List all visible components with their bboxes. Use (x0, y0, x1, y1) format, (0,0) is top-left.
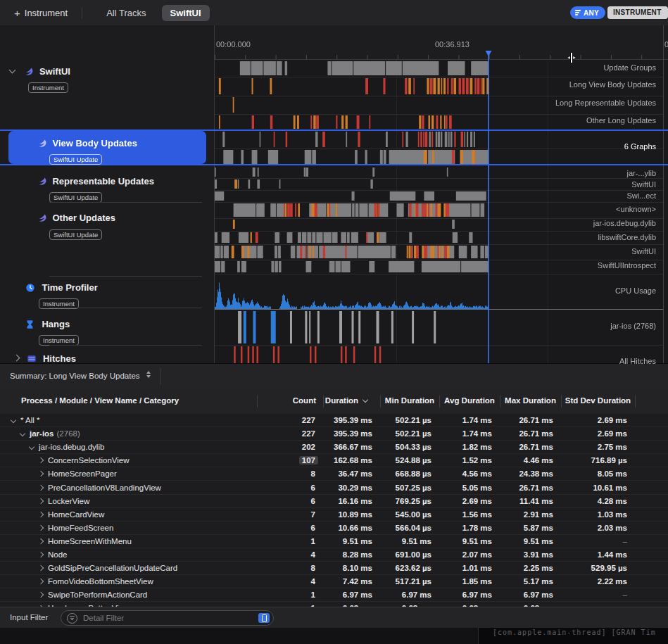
cell-max: 5.87 ms (500, 524, 561, 532)
plus-icon: + (14, 8, 20, 18)
cell-std: – (561, 537, 635, 545)
chevron-right-icon[interactable] (38, 565, 44, 571)
track-group-swiftui[interactable]: SwiftUI Instrument (10, 65, 70, 93)
column-header-min-duration[interactable]: Min Duration (380, 396, 439, 405)
chevron-down-icon[interactable] (11, 417, 16, 423)
column-header-duration[interactable]: Duration (323, 396, 370, 405)
cell-std: 529.95 µs (561, 564, 635, 572)
summary-popup-button[interactable]: Summary: Long View Body Updates (10, 372, 140, 380)
chevron-down-icon[interactable] (20, 431, 25, 436)
tab-swiftui[interactable]: SwiftUI (162, 5, 210, 21)
cell-std: 1.44 ms (561, 550, 635, 559)
chevron-right-icon[interactable] (38, 457, 44, 463)
table-row[interactable]: LockerView616.16 ms769.25 µs2.69 ms11.41… (0, 495, 668, 508)
track-title: Hangs (42, 319, 70, 329)
chevron-right-icon[interactable] (38, 592, 44, 598)
lane-label-jar-dylib: jar-...ylib (626, 169, 656, 177)
lane-label-jar-ios-process: jar-ios (2768) (610, 322, 656, 330)
cell-min: 623.62 µs (380, 564, 439, 572)
table-row[interactable]: jar-ios.debug.dylib202366.67 ms504.33 µs… (0, 441, 668, 454)
row-name: HomeScreenPager (48, 469, 117, 478)
chevron-right-icon[interactable] (38, 552, 44, 557)
cell-max: 26.71 ms (500, 484, 561, 492)
sidebar-separator (49, 345, 202, 346)
table-row[interactable]: GoldSipPreCancellationUpdateCard88.10 ms… (0, 562, 668, 575)
track-view-body-updates-header[interactable]: View Body Updates SwiftUI Update (37, 137, 137, 165)
filter-instrument-token[interactable]: INSTRUMENT (607, 6, 668, 19)
table-row[interactable]: HomeCardView710.89 ms545.00 µs1.56 ms2.9… (0, 508, 668, 522)
cell-max: 4.46 ms (500, 456, 561, 465)
cell-min: 507.25 µs (380, 484, 439, 492)
table-row[interactable]: Node48.28 ms691.00 µs2.07 ms3.91 ms1.44 … (0, 548, 668, 562)
chevron-down-icon[interactable] (9, 67, 16, 74)
table-row[interactable]: FomoVideoBottomSheetView47.42 ms517.21 µ… (0, 575, 668, 588)
filter-any-button[interactable]: ANY (570, 6, 605, 19)
add-instrument-button[interactable]: + Instrument (14, 8, 68, 18)
table-row[interactable]: HomeScreenWithMenu19.51 ms9.51 ms9.51 ms… (0, 535, 668, 548)
detail-filter-field[interactable] (61, 610, 274, 626)
chevron-right-icon[interactable] (38, 511, 44, 517)
cell-duration: 8.10 ms (323, 564, 380, 572)
cell-avg: 1.56 ms (439, 510, 500, 519)
chevron-right-icon[interactable] (38, 538, 44, 544)
chevron-down-icon[interactable] (29, 444, 34, 450)
cell-min: 502.21 µs (380, 416, 439, 424)
row-name: HomeCardView (48, 510, 104, 519)
cell-std: 1.03 ms (561, 510, 635, 519)
detail-filter-input[interactable] (82, 613, 258, 623)
sidebar-separator (49, 202, 202, 203)
cell-avg: 1.74 ms (439, 416, 500, 424)
cell-count: 202 (257, 443, 323, 451)
chevron-right-icon[interactable] (38, 579, 44, 584)
console-text: [com.apple.main-thread] [GRAN Tim (493, 629, 656, 636)
cell-min: 545.00 µs (380, 510, 439, 519)
cell-count: 227 (257, 416, 323, 424)
lane-label-libswiftcore-dylib: libswiftCore.dylib (598, 233, 656, 241)
chevron-right-icon[interactable] (38, 484, 44, 490)
table-row[interactable]: HomeFeedScreen610.66 ms566.04 µs1.78 ms5… (0, 522, 668, 535)
cell-std: 716.89 µs (561, 456, 635, 465)
row-name: HomeScreenWithMenu (48, 537, 132, 545)
table-row[interactable]: HomeScreenPager836.47 ms668.88 µs4.56 ms… (0, 467, 668, 481)
filter-scope-token-button[interactable] (258, 613, 270, 623)
chevron-right-icon[interactable] (13, 355, 20, 362)
column-header-max-duration[interactable]: Max Duration (500, 396, 561, 405)
table-row[interactable]: ConcernSelectionView107162.68 ms524.88 µ… (0, 454, 668, 467)
chevron-right-icon[interactable] (38, 525, 44, 531)
track-hangs[interactable]: Hangs Instrument (25, 317, 79, 346)
track-representable-updates[interactable]: Representable Updates SwiftUI Update (37, 175, 154, 203)
table-row[interactable]: PreCancellationV8LandingView630.29 ms507… (0, 481, 668, 494)
row-name: jar-ios.debug.dylib (39, 443, 104, 451)
chevron-right-icon[interactable] (38, 498, 44, 503)
column-header-count[interactable]: Count (257, 396, 316, 405)
cell-count: 6 (257, 484, 323, 492)
table-row[interactable]: SwipeToPerformActionCard16.97 ms6.97 ms6… (0, 588, 668, 602)
table-row[interactable]: * All *227395.39 ms502.21 µs1.74 ms26.71… (0, 414, 668, 427)
swiftui-icon (37, 213, 46, 223)
column-header-std-dev-duration[interactable]: Std Dev Duration (561, 396, 635, 405)
track-time-profiler[interactable]: Time Profiler Instrument (25, 281, 98, 309)
cell-max: 2.91 ms (500, 510, 561, 519)
cell-min: 504.33 µs (380, 443, 439, 451)
lane-label-update-groups: Update Groups (603, 63, 656, 72)
lane-label-long-view-body-updates: Long View Body Updates (569, 80, 656, 89)
column-header-avg-duration[interactable]: Avg Duration (439, 396, 500, 405)
cell-duration: 9.51 ms (323, 537, 380, 545)
table-row[interactable]: jar-ios(2768)227395.39 ms502.21 µs1.74 m… (0, 427, 668, 441)
chevron-right-icon[interactable] (38, 471, 44, 476)
track-hitches[interactable]: Hitches (14, 352, 76, 365)
cell-duration: 366.67 ms (323, 443, 380, 451)
track-title: View Body Updates (52, 138, 137, 149)
cell-std: 2.03 ms (561, 524, 635, 532)
tab-all-tracks[interactable]: All Tracks (98, 5, 154, 21)
track-other-updates[interactable]: Other Updates SwiftUI Update (37, 211, 115, 240)
lane-label-swiftui: SwiftUI (631, 180, 656, 189)
track-graphs[interactable] (214, 25, 668, 363)
cell-count: 4 (257, 577, 323, 586)
graph-count-label: 6 Graphs (624, 142, 656, 151)
column-header-name[interactable]: Process / Module / View Name / Category (21, 396, 179, 405)
track-title: Other Updates (52, 213, 115, 223)
sort-descending-icon (363, 397, 368, 403)
filter-circle-icon (67, 613, 77, 624)
row-name: LockerView (48, 497, 89, 505)
